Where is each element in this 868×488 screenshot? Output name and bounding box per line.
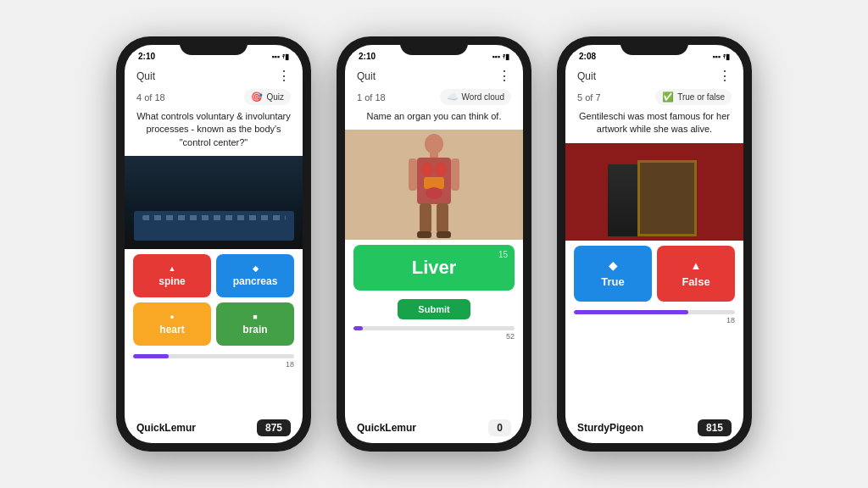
false-label: False	[682, 275, 709, 288]
svg-point-6	[426, 187, 442, 199]
mode-icon-1: 🎯	[251, 92, 263, 103]
user-row-2: QuickLemur 0	[345, 414, 523, 443]
pancreas-label: pancreas	[233, 275, 278, 287]
battery-icon-2: ▮	[505, 53, 509, 61]
app-header-1: Quit ⋮	[125, 64, 303, 89]
wordcloud-phone: 2:10 ▪▪▪ 𝄿 ▮ Quit ⋮ 1 of 18 ☁️ Word clou…	[337, 36, 531, 452]
svg-rect-10	[437, 203, 448, 233]
signal-icon-3: ▪▪▪	[712, 53, 721, 61]
pancreas-icon: ◆	[253, 264, 259, 273]
answer-pancreas[interactable]: ◆ pancreas	[216, 254, 294, 297]
answer-grid-1: ▲ spine ◆ pancreas ● heart ■ brain	[125, 249, 303, 351]
signal-icon: ▪▪▪	[271, 53, 280, 61]
scene: 2:10 ▪▪▪ 𝄿 ▮ Quit ⋮ 4 of 18 🎯 Quiz What …	[99, 19, 769, 469]
status-icons-3: ▪▪▪ 𝄿 ▮	[712, 52, 730, 61]
quit-button-3[interactable]: Quit	[577, 70, 596, 82]
score-2: 0	[488, 419, 511, 436]
mode-badge-1: 🎯 Quiz	[244, 89, 291, 105]
mode-icon-3: ✅	[662, 92, 674, 103]
svg-point-4	[435, 163, 447, 176]
progress-bar-fill-2	[353, 326, 363, 330]
app-header-3: Quit ⋮	[565, 64, 743, 89]
menu-button-1[interactable]: ⋮	[277, 68, 291, 84]
heart-label: heart	[159, 324, 184, 336]
false-icon: ▲	[691, 259, 702, 272]
progress-bar-bg-2	[353, 326, 515, 330]
app-header-2: Quit ⋮	[345, 64, 523, 89]
battery-icon-3: ▮	[726, 53, 730, 61]
word-count: 15	[498, 250, 508, 259]
progress-bar-fill-1	[133, 354, 169, 358]
progress-count-1: 4 of 18	[136, 92, 165, 103]
phone-inner-3: 2:08 ▪▪▪ 𝄿 ▮ Quit ⋮ 5 of 7 ✅ True or fal…	[565, 45, 743, 443]
progress-row-3: 5 of 7 ✅ True or false	[565, 89, 743, 110]
mode-badge-2: ☁️ Word cloud	[440, 89, 511, 105]
spine-icon: ▲	[169, 264, 176, 273]
progress-count-3: 5 of 7	[577, 92, 601, 103]
question-1: What controls voluntary & involuntary pr…	[125, 110, 303, 156]
progress-bar-1: 18	[125, 351, 303, 374]
user-row-1: QuickLemur 875	[125, 414, 303, 443]
notch-2	[400, 36, 468, 55]
tf-grid: ◆ True ▲ False	[565, 241, 743, 307]
false-button[interactable]: ▲ False	[657, 246, 735, 302]
notch-3	[620, 36, 688, 55]
painting-frame	[637, 160, 697, 236]
svg-rect-12	[437, 231, 451, 238]
svg-point-3	[421, 163, 433, 176]
svg-point-0	[425, 134, 443, 154]
true-icon: ◆	[609, 259, 617, 272]
true-button[interactable]: ◆ True	[574, 246, 652, 302]
progress-row-1: 4 of 18 🎯 Quiz	[125, 89, 303, 110]
notch	[180, 36, 248, 55]
status-time-3: 2:08	[579, 52, 596, 61]
question-2: Name an organ you can think of.	[345, 110, 523, 130]
status-icons-2: ▪▪▪ 𝄿 ▮	[492, 52, 509, 61]
progress-bar-2: 52	[345, 323, 523, 346]
quiz-phone: 2:10 ▪▪▪ 𝄿 ▮ Quit ⋮ 4 of 18 🎯 Quiz What …	[116, 36, 311, 452]
signal-icon-2: ▪▪▪	[492, 53, 500, 61]
word-input-value: Liver	[365, 257, 503, 279]
truefalse-phone: 2:08 ▪▪▪ 𝄿 ▮ Quit ⋮ 5 of 7 ✅ True or fal…	[557, 36, 752, 452]
battery-icon: ▮	[285, 53, 289, 61]
quit-button-1[interactable]: Quit	[136, 70, 155, 82]
menu-button-3[interactable]: ⋮	[718, 68, 732, 84]
status-icons: ▪▪▪ 𝄿 ▮	[271, 52, 289, 61]
mode-badge-3: ✅ True or false	[655, 89, 732, 105]
painting-image	[565, 143, 743, 241]
progress-bar-label-2: 52	[353, 332, 515, 341]
brain-label: brain	[242, 324, 267, 336]
anatomy-svg	[409, 132, 459, 238]
word-input-area[interactable]: 15 Liver	[353, 245, 515, 291]
answer-spine[interactable]: ▲ spine	[133, 254, 211, 297]
menu-button-2[interactable]: ⋮	[498, 68, 511, 84]
score-3: 815	[698, 419, 732, 436]
question-3: Gentileschi was most famous for her artw…	[565, 110, 743, 143]
control-room	[134, 211, 294, 241]
score-1: 875	[257, 419, 291, 436]
submit-button[interactable]: Submit	[398, 299, 470, 319]
anatomy-image	[345, 130, 523, 240]
answer-brain[interactable]: ■ brain	[216, 302, 294, 346]
progress-bar-label-1: 18	[133, 360, 294, 369]
mode-label-3: True or false	[677, 92, 725, 102]
status-time-2: 2:10	[359, 52, 376, 61]
phone-inner-2: 2:10 ▪▪▪ 𝄿 ▮ Quit ⋮ 1 of 18 ☁️ Word clou…	[345, 45, 523, 443]
progress-bar-3: 18	[565, 307, 743, 330]
progress-row-2: 1 of 18 ☁️ Word cloud	[345, 89, 523, 110]
svg-rect-5	[424, 177, 444, 189]
user-row-3: SturdyPigeon 815	[565, 414, 743, 443]
svg-rect-1	[430, 152, 438, 158]
svg-rect-8	[451, 158, 459, 191]
mode-icon-2: ☁️	[447, 92, 459, 103]
answer-heart[interactable]: ● heart	[133, 302, 211, 346]
quiz-image	[125, 156, 303, 249]
quit-button-2[interactable]: Quit	[357, 70, 376, 82]
phone-inner: 2:10 ▪▪▪ 𝄿 ▮ Quit ⋮ 4 of 18 🎯 Quiz What …	[125, 45, 303, 443]
username-1: QuickLemur	[136, 422, 196, 434]
svg-rect-7	[409, 158, 417, 191]
username-3: SturdyPigeon	[577, 422, 643, 434]
brain-icon: ■	[253, 313, 257, 321]
mode-label-1: Quiz	[266, 92, 284, 102]
svg-rect-9	[420, 203, 431, 233]
